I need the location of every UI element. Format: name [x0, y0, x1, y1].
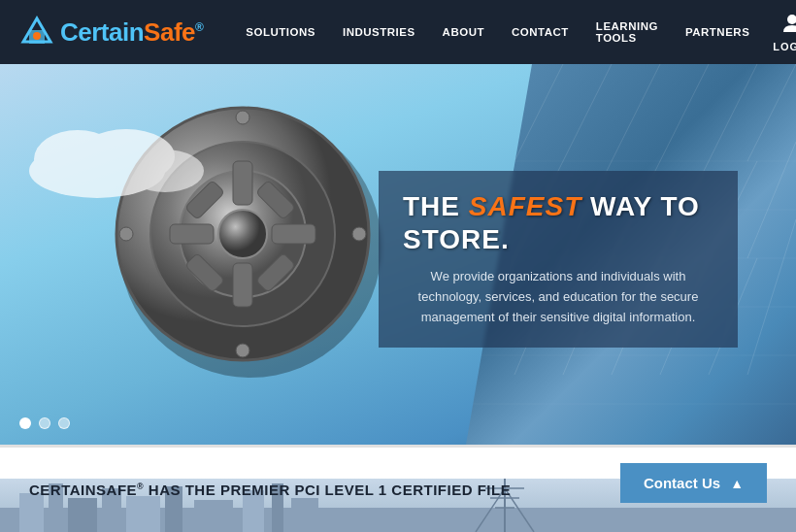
hero-subtext: We provide organizations and individuals… [403, 267, 713, 327]
svg-point-51 [126, 150, 204, 192]
login-label: LOGIN [773, 41, 796, 52]
contact-us-button[interactable]: Contact Us ▲ [620, 463, 767, 503]
svg-point-47 [352, 227, 366, 241]
logo-text: CertainSafe® [60, 17, 203, 48]
carousel-dot-2[interactable] [39, 417, 50, 429]
carousel-dots [19, 417, 70, 429]
logo[interactable]: CertainSafe® [19, 15, 203, 50]
chevron-up-icon: ▲ [730, 476, 744, 491]
svg-rect-55 [68, 498, 97, 532]
svg-line-10 [747, 64, 796, 161]
nav-contact[interactable]: CONTACT [498, 0, 582, 64]
nav-about[interactable]: ABOUT [429, 0, 498, 64]
svg-rect-53 [19, 493, 44, 532]
hero-headline: THE SAFEST WAY TO STORE. [403, 190, 713, 255]
svg-point-35 [218, 210, 267, 258]
login-button[interactable]: LOGIN [763, 13, 796, 52]
nav-partners[interactable]: PARTNERS [672, 0, 763, 64]
svg-point-45 [236, 344, 249, 357]
nav-industries[interactable]: INDUSTRIES [329, 0, 429, 64]
svg-rect-62 [291, 498, 318, 532]
hero-section: THE SAFEST WAY TO STORE. We provide orga… [0, 64, 796, 445]
svg-point-3 [787, 15, 796, 24]
carousel-dot-1[interactable] [19, 417, 31, 429]
svg-rect-39 [272, 224, 315, 244]
contact-us-label: Contact Us [644, 475, 720, 491]
svg-line-7 [612, 64, 660, 161]
svg-rect-59 [194, 500, 233, 532]
logo-icon [19, 15, 54, 50]
svg-line-17 [747, 142, 796, 258]
header: CertainSafe® SOLUTIONS INDUSTRIES ABOUT … [0, 0, 796, 64]
svg-rect-38 [170, 224, 214, 244]
svg-rect-37 [233, 263, 252, 307]
svg-rect-57 [126, 496, 160, 532]
nav-solutions[interactable]: SOLUTIONS [232, 0, 329, 64]
bottom-certification-text: CERTAINSAFE® HAS THE PREMIER PCI LEVEL 1… [29, 482, 511, 499]
svg-line-6 [563, 64, 612, 161]
svg-line-8 [660, 64, 709, 161]
svg-line-24 [747, 219, 796, 375]
svg-point-46 [119, 227, 133, 241]
user-icon [781, 13, 796, 39]
carousel-dot-3[interactable] [58, 417, 70, 429]
nav-learning-tools[interactable]: LEARNING TOOLS [582, 0, 672, 64]
main-nav: SOLUTIONS INDUSTRIES ABOUT CONTACT LEARN… [232, 0, 763, 64]
clouds [19, 122, 262, 200]
hero-text-overlay: THE SAFEST WAY TO STORE. We provide orga… [379, 171, 738, 348]
svg-line-9 [709, 64, 757, 161]
svg-point-2 [33, 32, 41, 40]
